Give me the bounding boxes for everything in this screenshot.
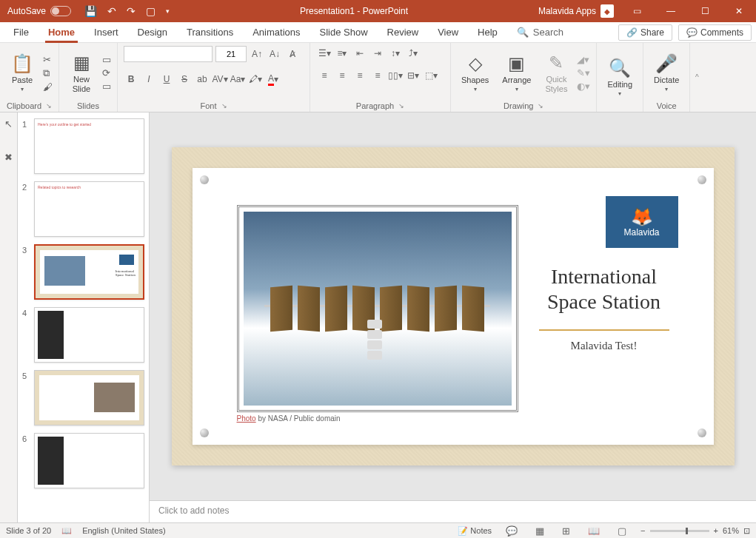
columns-icon[interactable]: ▯▯▾ — [387, 68, 404, 83]
font-color-icon[interactable]: A▾ — [266, 71, 281, 87]
tab-slideshow[interactable]: Slide Show — [310, 24, 376, 41]
zoom-control[interactable]: − + 61% ⊡ — [640, 526, 750, 536]
language-status[interactable]: English (United States) — [82, 526, 166, 535]
section-icon[interactable]: ▭ — [102, 81, 111, 92]
zoom-out-icon[interactable]: − — [640, 526, 645, 535]
current-slide[interactable]: Photo by NASA / Public domain 🦊Malavida … — [172, 147, 735, 465]
char-spacing-icon[interactable]: AV▾ — [213, 71, 227, 87]
drawing-dialog-icon[interactable]: ↘ — [538, 102, 543, 110]
tab-help[interactable]: Help — [469, 24, 506, 41]
new-slide-button[interactable]: ▦ New Slide — [65, 50, 98, 95]
line-spacing-icon[interactable]: ↕▾ — [387, 46, 404, 61]
increase-font-icon[interactable]: A↑ — [250, 46, 264, 62]
sorter-view-icon[interactable]: ⊞ — [558, 525, 574, 537]
shape-fill-icon[interactable]: ◢▾ — [577, 54, 590, 65]
slideshow-view-icon[interactable]: ▢ — [614, 525, 630, 537]
slideshow-icon[interactable]: ▢ — [146, 5, 155, 17]
tab-view[interactable]: View — [429, 24, 467, 41]
strike-button[interactable]: S — [177, 71, 192, 87]
thumbnail-6[interactable]: 6 — [22, 433, 144, 488]
minimize-icon[interactable]: — — [654, 0, 688, 22]
dictate-button[interactable]: 🎤Dictate▾ — [649, 50, 683, 95]
comments-status-icon[interactable]: 💬 — [502, 525, 521, 537]
maximize-icon[interactable]: ☐ — [688, 0, 722, 22]
clear-format-icon[interactable]: A̷ — [285, 46, 300, 62]
slide-canvas[interactable]: Photo by NASA / Public domain 🦊Malavida … — [150, 112, 756, 500]
pointer-icon[interactable]: ✖ — [4, 152, 13, 163]
zoom-in-icon[interactable]: + — [714, 526, 718, 535]
shape-effects-icon[interactable]: ◐▾ — [577, 81, 590, 92]
slide-title[interactable]: International Space Station — [530, 264, 678, 314]
tab-home[interactable]: Home — [39, 24, 84, 41]
indent-increase-icon[interactable]: ⇥ — [369, 46, 386, 61]
change-case-icon[interactable]: Aa▾ — [230, 71, 245, 87]
editing-button[interactable]: 🔍Editing▾ — [603, 55, 637, 100]
fit-window-icon[interactable]: ⊡ — [743, 526, 750, 536]
ribbon-display-icon[interactable]: ▭ — [620, 0, 654, 22]
tab-design[interactable]: Design — [129, 24, 176, 41]
thumbnail-3[interactable]: 3InternationalSpace Station — [22, 244, 144, 300]
tab-insert[interactable]: Insert — [85, 24, 127, 41]
bullets-icon[interactable]: ☰▾ — [316, 46, 332, 61]
paste-button[interactable]: 📋 Paste ▾ — [6, 50, 39, 95]
format-painter-icon[interactable]: 🖌 — [43, 81, 53, 93]
shape-outline-icon[interactable]: ✎▾ — [577, 67, 590, 78]
tab-review[interactable]: Review — [378, 24, 428, 41]
slide-thumbnails[interactable]: 1Here's your outline to get started 2Rel… — [18, 112, 150, 522]
slide-logo[interactable]: 🦊Malavida — [606, 196, 678, 248]
justify-icon[interactable]: ≡ — [369, 68, 386, 83]
thumbnail-2[interactable]: 2Related topics to research — [22, 181, 144, 237]
layout-icon[interactable]: ▭ — [102, 54, 111, 65]
underline-button[interactable]: U — [159, 71, 174, 87]
save-icon[interactable]: 💾 — [84, 5, 97, 17]
share-button[interactable]: 🔗Share — [618, 24, 672, 41]
caption-link[interactable]: Photo — [237, 414, 256, 423]
collapse-ribbon-icon[interactable]: ^ — [690, 43, 703, 112]
align-right-icon[interactable]: ≡ — [352, 68, 368, 83]
align-text-icon[interactable]: ⊟▾ — [405, 68, 421, 83]
undo-icon[interactable]: ↶ — [107, 5, 116, 17]
tab-file[interactable]: File — [4, 24, 38, 41]
smartart-icon[interactable]: ⬚▾ — [423, 68, 439, 83]
align-left-icon[interactable]: ≡ — [316, 68, 332, 83]
text-direction-icon[interactable]: ⤴▾ — [405, 46, 421, 61]
slide-subtitle[interactable]: Malavida Test! — [530, 340, 678, 352]
indent-decrease-icon[interactable]: ⇤ — [352, 46, 368, 61]
clipboard-dialog-icon[interactable]: ↘ — [46, 102, 52, 110]
zoom-slider[interactable] — [650, 530, 709, 532]
close-icon[interactable]: ✕ — [722, 0, 756, 22]
notes-pane[interactable]: Click to add notes — [150, 500, 756, 522]
font-size-input[interactable] — [215, 46, 247, 62]
slide-counter[interactable]: Slide 3 of 20 — [6, 526, 51, 535]
thumbnail-1[interactable]: 1Here's your outline to get started — [22, 118, 144, 174]
reset-icon[interactable]: ⟳ — [102, 67, 111, 78]
copy-icon[interactable]: ⧉ — [43, 67, 53, 79]
toggle-switch[interactable] — [50, 6, 71, 16]
spellcheck-icon[interactable]: 📖 — [61, 526, 72, 536]
highlight-icon[interactable]: 🖍▾ — [248, 71, 263, 87]
tell-me-search[interactable]: 🔍Search — [508, 27, 572, 38]
qat-more-icon[interactable]: ▾ — [166, 7, 170, 15]
notes-toggle[interactable]: 📝 Notes — [458, 526, 492, 536]
arrange-button[interactable]: ▣Arrange▾ — [498, 50, 535, 95]
decrease-font-icon[interactable]: A↓ — [267, 46, 282, 62]
italic-button[interactable]: I — [141, 71, 156, 87]
font-name-input[interactable] — [124, 46, 213, 62]
thumbnail-4[interactable]: 4 — [22, 307, 144, 363]
comments-button[interactable]: 💬Comments — [678, 24, 752, 41]
bold-button[interactable]: B — [124, 71, 138, 87]
redo-icon[interactable]: ↷ — [127, 5, 136, 17]
cursor-icon[interactable]: ↖ — [4, 118, 13, 130]
slide-image[interactable] — [237, 205, 518, 412]
reading-view-icon[interactable]: 📖 — [584, 525, 603, 537]
image-caption[interactable]: Photo by NASA / Public domain — [237, 414, 341, 423]
font-dialog-icon[interactable]: ↘ — [221, 102, 227, 110]
shapes-button[interactable]: ◇Shapes▾ — [457, 50, 493, 95]
zoom-level[interactable]: 61% — [723, 526, 739, 535]
numbering-icon[interactable]: ≡▾ — [334, 46, 350, 61]
autosave-toggle[interactable]: AutoSave — [0, 6, 78, 16]
thumbnail-5[interactable]: 5 — [22, 370, 144, 426]
tab-animations[interactable]: Animations — [244, 24, 309, 41]
align-center-icon[interactable]: ≡ — [334, 68, 350, 83]
normal-view-icon[interactable]: ▦ — [532, 525, 548, 537]
